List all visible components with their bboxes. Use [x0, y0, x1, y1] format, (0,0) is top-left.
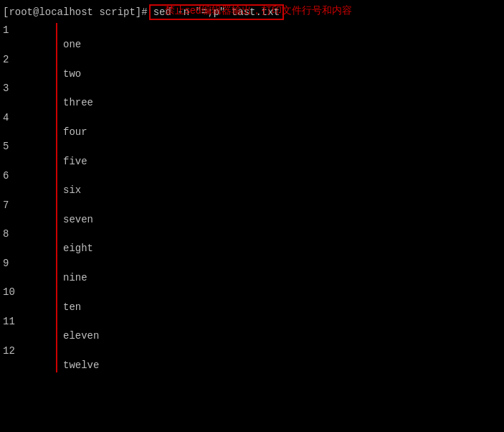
line-number: 12	[3, 344, 53, 358]
line-number: 11	[3, 314, 53, 329]
line-number: 3	[3, 81, 53, 95]
content-column: one two three four five six seven eight …	[57, 23, 504, 372]
line-placeholder	[3, 37, 53, 52]
line-content: eleven	[63, 329, 504, 343]
line-placeholder	[3, 241, 53, 255]
line-placeholder	[3, 300, 53, 314]
line-placeholder	[3, 154, 53, 169]
content-placeholder	[63, 81, 504, 95]
line-number: 2	[3, 52, 53, 67]
content-placeholder	[63, 227, 504, 241]
annotation-text: 禁止sed编辑器输出，打印文件行号和内容	[165, 4, 352, 17]
content-placeholder	[63, 285, 504, 299]
content-placeholder	[63, 344, 504, 358]
line-number: 5	[3, 139, 53, 154]
line-number: 6	[3, 169, 53, 183]
line-number: 10	[3, 285, 53, 299]
line-placeholder	[3, 183, 53, 197]
content-placeholder	[63, 111, 504, 125]
line-number: 8	[3, 227, 53, 241]
line-number: 7	[3, 198, 53, 212]
line-placeholder	[3, 67, 53, 81]
terminal-window: [root@localhost script]# sed -n "=;p" ta…	[0, 0, 504, 432]
line-placeholder	[3, 95, 53, 110]
content-placeholder	[63, 52, 504, 67]
line-number: 1	[3, 23, 53, 37]
content-placeholder	[63, 256, 504, 271]
line-content: four	[63, 125, 504, 139]
content-placeholder	[63, 314, 504, 329]
content-placeholder	[63, 169, 504, 183]
line-content: ten	[63, 300, 504, 314]
content-placeholder	[63, 139, 504, 154]
line-number: 9	[3, 256, 53, 271]
content-placeholder	[63, 198, 504, 212]
line-content: twelve	[63, 358, 504, 372]
line-content: eight	[63, 241, 504, 255]
line-content: nine	[63, 271, 504, 285]
line-content: one	[63, 37, 504, 52]
line-placeholder	[3, 212, 53, 227]
line-content: seven	[63, 212, 504, 227]
content-placeholder	[63, 23, 504, 37]
line-content: six	[63, 183, 504, 197]
line-column: 1 2 3 4 5 6 7 8 9 10 11 12	[0, 23, 57, 372]
line-content: two	[63, 67, 504, 81]
line-content: three	[63, 95, 504, 110]
line-placeholder	[3, 271, 53, 285]
line-placeholder	[3, 125, 53, 139]
line-number: 4	[3, 111, 53, 125]
line-placeholder	[3, 358, 53, 372]
output-area: 1 2 3 4 5 6 7 8 9 10 11 12 one two three…	[0, 23, 504, 372]
line-placeholder	[3, 329, 53, 343]
prompt-text: [root@localhost script]#	[3, 6, 148, 18]
line-content: five	[63, 154, 504, 169]
